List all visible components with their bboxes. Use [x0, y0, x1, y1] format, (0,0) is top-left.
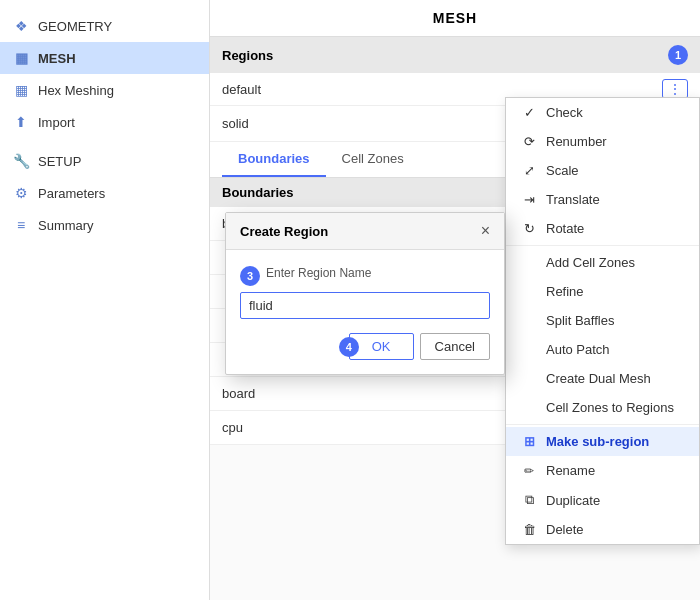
sidebar-item-import[interactable]: ⬆ Import	[0, 106, 209, 138]
scale-icon: ⤢	[520, 163, 538, 178]
ctx-renumber[interactable]: ⟳ Renumber	[506, 127, 699, 156]
sidebar-item-hex-meshing[interactable]: ▦ Hex Meshing	[0, 74, 209, 106]
sidebar-item-summary[interactable]: ≡ Summary	[0, 209, 209, 241]
sidebar: ❖ GEOMETRY ▦ MESH ▦ Hex Meshing ⬆ Import…	[0, 0, 210, 600]
boundary-label-6: cpu	[222, 420, 243, 435]
delete-icon: 🗑	[520, 522, 538, 537]
ctx-rename[interactable]: ✏ Rename	[506, 456, 699, 485]
ctx-split-baffles[interactable]: Split Baffles	[506, 306, 699, 335]
cancel-button[interactable]: Cancel	[420, 333, 490, 360]
ctx-scale[interactable]: ⤢ Scale	[506, 156, 699, 185]
ok-badge: 4	[339, 337, 359, 357]
boundaries-title: Boundaries	[222, 185, 294, 200]
modal-label-badge: 3	[240, 266, 260, 286]
regions-title: Regions	[222, 48, 273, 63]
ctx-make-sub-region[interactable]: ⊞ Make sub-region	[506, 427, 699, 456]
region-default-label: default	[222, 82, 261, 97]
translate-icon: ⇥	[520, 192, 538, 207]
modal-body: 3 Enter Region Name OK 4	[226, 250, 504, 374]
rotate-icon: ↻	[520, 221, 538, 236]
modal-title: Create Region	[240, 224, 328, 239]
region-three-dots-button[interactable]: ⋮	[662, 79, 688, 99]
ctx-add-cell-zones[interactable]: Add Cell Zones	[506, 248, 699, 277]
sidebar-item-parameters[interactable]: ⚙ Parameters	[0, 177, 209, 209]
renumber-icon: ⟳	[520, 134, 538, 149]
sidebar-summary-label: Summary	[38, 218, 94, 233]
rename-icon: ✏	[520, 464, 538, 478]
sidebar-mesh-label: MESH	[38, 51, 76, 66]
duplicate-icon: ⧉	[520, 492, 538, 508]
ctx-refine[interactable]: Refine	[506, 277, 699, 306]
content-area: Regions 1 default ⋮ solid ⊞ ∨	[210, 37, 700, 600]
sidebar-item-geometry[interactable]: ❖ GEOMETRY	[0, 10, 209, 42]
three-dots-icon: ⋮	[668, 81, 682, 97]
sidebar-item-mesh[interactable]: ▦ MESH	[0, 42, 209, 74]
tab-cell-zones[interactable]: Cell Zones	[326, 142, 420, 177]
check-icon: ✓	[520, 105, 538, 120]
make-sub-region-icon: ⊞	[520, 434, 538, 449]
tab-boundaries[interactable]: Boundaries	[222, 142, 326, 177]
sidebar-setup-label: SETUP	[38, 154, 81, 169]
ctx-translate[interactable]: ⇥ Translate	[506, 185, 699, 214]
setup-icon: 🔧	[12, 152, 30, 170]
hex-meshing-icon: ▦	[12, 81, 30, 99]
ctx-rotate[interactable]: ↻ Rotate	[506, 214, 699, 243]
main-panel: MESH Regions 1 default ⋮ solid ⊞ ∨	[210, 0, 700, 600]
ctx-check[interactable]: ✓ Check	[506, 98, 699, 127]
summary-icon: ≡	[12, 216, 30, 234]
sidebar-parameters-label: Parameters	[38, 186, 105, 201]
create-region-modal: Create Region × 3 Enter Region Name	[225, 212, 505, 375]
mesh-icon: ▦	[12, 49, 30, 67]
sidebar-geometry-label: GEOMETRY	[38, 19, 112, 34]
sidebar-import-label: Import	[38, 115, 75, 130]
modal-close-button[interactable]: ×	[481, 222, 490, 240]
import-icon: ⬆	[12, 113, 30, 131]
context-menu: ✓ Check ⟳ Renumber ⤢ Scale ⇥ Translate ↻…	[505, 97, 700, 545]
ctx-duplicate[interactable]: ⧉ Duplicate	[506, 485, 699, 515]
regions-header: Regions 1	[210, 37, 700, 73]
main-header: MESH	[210, 0, 700, 37]
region-name-input[interactable]	[240, 292, 490, 319]
modal-footer: OK 4 Cancel	[240, 333, 490, 360]
regions-badge-1: 1	[668, 45, 688, 65]
geometry-icon: ❖	[12, 17, 30, 35]
boundary-label-5: board	[222, 386, 255, 401]
parameters-icon: ⚙	[12, 184, 30, 202]
ctx-delete[interactable]: 🗑 Delete	[506, 515, 699, 544]
modal-label: Enter Region Name	[266, 266, 371, 280]
ctx-auto-patch[interactable]: Auto Patch	[506, 335, 699, 364]
close-icon: ×	[481, 222, 490, 240]
modal-header: Create Region ×	[226, 213, 504, 250]
main-header-text: MESH	[433, 10, 477, 26]
sidebar-section-setup: 🔧 SETUP	[0, 138, 209, 177]
sidebar-hex-label: Hex Meshing	[38, 83, 114, 98]
ctx-cell-zones-to-regions[interactable]: Cell Zones to Regions	[506, 393, 699, 422]
ctx-create-dual-mesh[interactable]: Create Dual Mesh	[506, 364, 699, 393]
region-solid-label: solid	[222, 116, 249, 131]
